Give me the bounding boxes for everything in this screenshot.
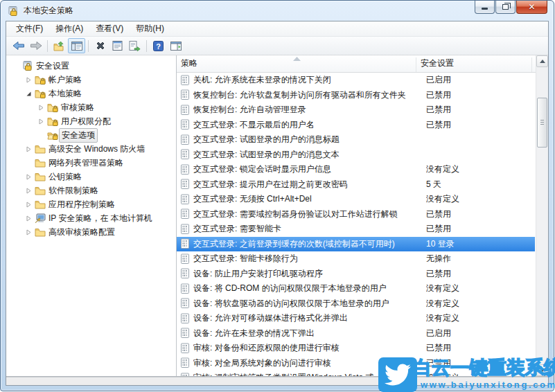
expander-collapsed-icon[interactable]: [24, 174, 33, 180]
policy-row[interactable]: 审核: 对备份和还原权限的使用进行审核已禁用: [177, 341, 535, 356]
expander-collapsed-icon[interactable]: [37, 118, 46, 125]
tree-item-ip-security[interactable]: IP 安全策略，在 本地计算机: [6, 211, 176, 225]
column-header-setting[interactable]: 安全设置: [416, 57, 532, 72]
export-list-button[interactable]: [126, 38, 143, 53]
action-pane-button[interactable]: [167, 38, 184, 53]
menu-item-view[interactable]: 查看(V): [89, 21, 130, 37]
tree-item-label: 软件限制策略: [46, 184, 100, 197]
toolbar-separator: [146, 40, 147, 52]
tree-item-network-list-manager[interactable]: 网络列表管理器策略: [6, 156, 176, 170]
expander-collapsed-icon[interactable]: [24, 146, 33, 152]
expander-collapsed-icon[interactable]: [24, 188, 33, 194]
expander-collapsed-icon[interactable]: [24, 202, 33, 208]
policy-name: 设备: 将 CD-ROM 的访问权限仅限于本地登录的用户: [193, 283, 423, 294]
policy-doc-icon: [179, 149, 191, 160]
policy-row[interactable]: 交互式登录: 无须按 Ctrl+Alt+Del没有定义: [177, 192, 535, 207]
policy-row[interactable]: 审核: 对全局系统对象的访问进行审核已禁用: [177, 356, 535, 371]
tree-item-label: 高级审核策略配置: [46, 226, 117, 239]
local-security-policy-window: 本地安全策略 ✕ 文件(F)操作(A)查看(V)帮助(H) ? 安全设置帐户策略…: [0, 0, 554, 391]
security-setting-value: 没有定义: [426, 298, 459, 310]
expander-collapsed-icon[interactable]: [37, 105, 46, 111]
policy-name: 审核: 对备份和还原权限的使用进行审核: [193, 342, 423, 354]
tree-item-local-policies[interactable]: 本地策略: [6, 87, 176, 100]
close-button[interactable]: ✕: [516, 1, 547, 14]
scroll-up-button[interactable]: [536, 55, 548, 67]
policy-row[interactable]: 关机: 允许系统在未登录的情况下关闭已启用: [177, 73, 535, 88]
policy-row[interactable]: 交互式登录: 提示用户在过期之前更改密码5 天: [177, 177, 535, 193]
toolbar-separator: [88, 40, 89, 52]
policy-name: 设备: 允许对可移动媒体进行格式化并弹出: [193, 312, 423, 324]
scrollbar-thumb[interactable]: [537, 98, 547, 148]
delete-button[interactable]: [91, 38, 109, 53]
restore-button[interactable]: [495, 1, 516, 14]
security-setting-value: 无操作: [426, 253, 451, 265]
expander-collapsed-icon[interactable]: [24, 77, 33, 83]
policy-name: 交互式登录: 不显示最后的用户名: [193, 119, 423, 131]
title-bar[interactable]: 本地安全策略: [1, 1, 554, 21]
policy-name: 审核: 强制审核策略子类别设置(Windows Vista 或: [193, 372, 423, 376]
policy-doc-icon: [179, 343, 191, 354]
policy-row[interactable]: 交互式登录: 不显示最后的用户名已禁用: [177, 118, 535, 133]
tree-item-security-options[interactable]: 安全选项: [6, 128, 176, 142]
tree-item-public-key-policies[interactable]: 公钥策略: [6, 170, 176, 184]
tree-item-label: IP 安全策略，在 本地计算机: [46, 212, 155, 225]
expander-collapsed-icon[interactable]: [24, 229, 33, 235]
policy-row[interactable]: 交互式登录: 试图登录的用户的消息标题: [177, 132, 535, 148]
policy-row[interactable]: 交互式登录: 需要智能卡已禁用: [177, 222, 535, 237]
tree-item-software-restriction[interactable]: 软件限制策略: [6, 184, 176, 197]
policy-row[interactable]: 设备: 防止用户安装打印机驱动程序已禁用: [177, 267, 535, 282]
policy-row[interactable]: 交互式登录: 智能卡移除行为无操作: [177, 251, 535, 267]
policy-row[interactable]: 交互式登录: 之前登录到缓存的次数(域控制器不可用时)10 登录: [177, 237, 535, 252]
menu-item-help[interactable]: 帮助(H): [130, 21, 170, 37]
policy-row[interactable]: 交互式登录: 需要域控制器身份验证以对工作站进行解锁已禁用: [177, 207, 535, 222]
show-console-tree-button[interactable]: [68, 38, 85, 53]
policy-row[interactable]: 恢复控制台: 允许自动管理登录已禁用: [177, 103, 535, 118]
menu-item-file[interactable]: 文件(F): [10, 21, 49, 37]
policy-row[interactable]: 审核: 强制审核策略子类别设置(Windows Vista 或没有定义: [177, 371, 535, 376]
policy-row[interactable]: 设备: 允许在未登录的情况下弹出已启用: [177, 326, 535, 341]
vertical-scrollbar[interactable]: [536, 55, 548, 376]
forward-arrow-icon: [30, 41, 42, 51]
tree-item-security-settings[interactable]: 安全设置: [6, 59, 176, 73]
policy-doc-icon: [179, 224, 191, 235]
expander-expanded-icon[interactable]: [24, 91, 33, 97]
tree-item-label: 公钥策略: [46, 170, 84, 184]
policy-row[interactable]: 恢复控制台: 允许软盘复制并访问所有驱动器和所有文件夹已禁用: [177, 88, 535, 103]
policy-row[interactable]: 设备: 将软盘驱动器的访问权限仅限于本地登录的用户没有定义: [177, 296, 535, 312]
policy-row[interactable]: 交互式登录: 锁定会话时显示用户信息没有定义: [177, 162, 535, 177]
help-icon: ?: [153, 41, 164, 51]
menu-item-action[interactable]: 操作(A): [49, 21, 89, 37]
folder-icon: [33, 227, 46, 237]
tree-item-advanced-audit-config[interactable]: 高级审核策略配置: [6, 225, 176, 239]
policy-doc-icon: [179, 238, 191, 249]
tree-item-account-policies[interactable]: 帐户策略: [6, 73, 176, 87]
forward-button[interactable]: [27, 38, 44, 53]
tree-item-user-rights-assignment[interactable]: 用户权限分配: [6, 114, 176, 128]
tree-item-label: 审核策略: [59, 101, 96, 114]
properties-button[interactable]: [109, 38, 126, 53]
policy-row[interactable]: 交互式登录: 试图登录的用户的消息文本: [177, 148, 535, 163]
main-panes: 安全设置帐户策略本地策略审核策略用户权限分配安全选项高级安全 Windows 防…: [6, 55, 548, 377]
policy-doc-icon: [179, 89, 191, 100]
scroll-down-button[interactable]: [536, 364, 548, 376]
policy-name: 设备: 将软盘驱动器的访问权限仅限于本地登录的用户: [193, 298, 423, 310]
tree-item-windows-firewall[interactable]: 高级安全 Windows 防火墙: [6, 142, 176, 156]
help-button[interactable]: ?: [150, 38, 167, 53]
policy-name: 设备: 防止用户安装打印机驱动程序: [193, 268, 423, 280]
policy-row[interactable]: 设备: 将 CD-ROM 的访问权限仅限于本地登录的用户没有定义: [177, 281, 535, 296]
tree-item-audit-policy[interactable]: 审核策略: [6, 100, 176, 114]
policy-row[interactable]: 设备: 允许对可移动媒体进行格式化并弹出没有定义: [177, 311, 535, 326]
tree-item-app-control-policies[interactable]: 应用程序控制策略: [6, 197, 176, 211]
policy-doc-icon: [179, 373, 191, 376]
list-header: 策略 安全设置: [177, 55, 548, 73]
minimize-button[interactable]: [475, 1, 495, 14]
policy-doc-icon: [179, 194, 191, 205]
security-setting-value: 已禁用: [426, 223, 451, 235]
policy-name: 恢复控制台: 允许自动管理登录: [193, 104, 423, 116]
back-button[interactable]: [10, 38, 27, 53]
close-icon: ✕: [528, 2, 535, 12]
expander-collapsed-icon[interactable]: [24, 215, 33, 222]
security-setting-value: 5 天: [426, 179, 441, 190]
folder-lock-icon: [33, 75, 46, 84]
up-one-level-button[interactable]: [51, 38, 68, 53]
